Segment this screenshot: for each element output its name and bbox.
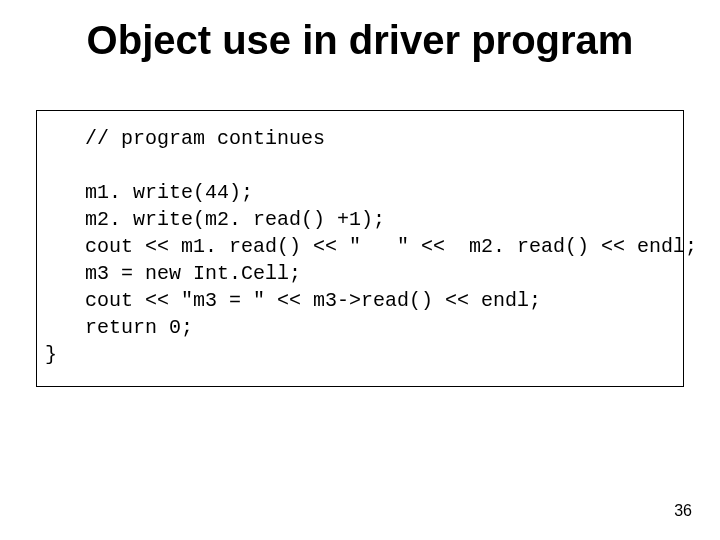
code-box: // program continues m1. write(44); m2. … — [36, 110, 684, 387]
code-line-6: return 0; — [41, 314, 679, 341]
code-line-4: m3 = new Int.Cell; — [41, 260, 679, 287]
slide: Object use in driver program // program … — [0, 0, 720, 540]
code-line-5: cout << "m3 = " << m3->read() << endl; — [41, 287, 679, 314]
code-line-3: cout << m1. read() << " " << m2. read() … — [41, 233, 679, 260]
code-close-brace: } — [41, 341, 679, 368]
code-line-2: m2. write(m2. read() +1); — [41, 206, 679, 233]
page-number: 36 — [674, 502, 692, 520]
slide-title: Object use in driver program — [0, 18, 720, 63]
code-blank — [41, 152, 679, 179]
code-comment: // program continues — [41, 125, 679, 152]
code-line-1: m1. write(44); — [41, 179, 679, 206]
